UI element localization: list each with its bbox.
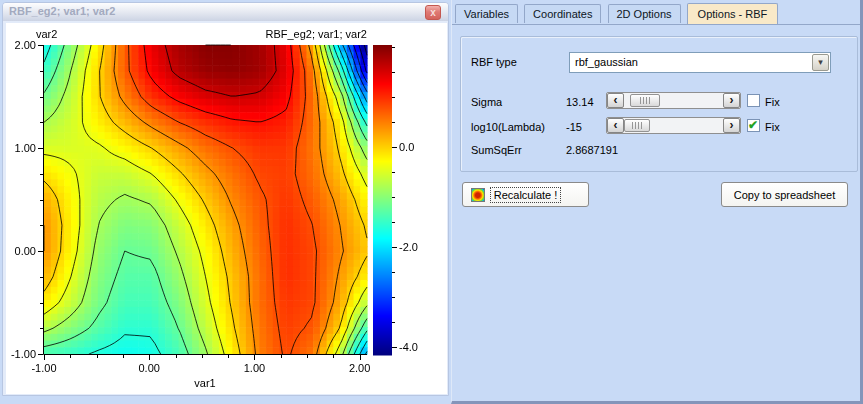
rbf-type-value: rbf_gaussian: [575, 56, 638, 68]
screen: RBF_eg2; var1; var2 x var2 RBF_eg2; var1…: [0, 0, 863, 404]
options-panel: Variables Coordinates 2D Options Options…: [451, 0, 863, 404]
chevron-down-icon: ▾: [818, 57, 823, 67]
sigma-label: Sigma: [471, 96, 502, 108]
recalculate-heatmap-icon: [471, 188, 485, 202]
lambda-scroll-left-button[interactable]: ‹: [607, 118, 624, 133]
lambda-label: log10(Lambda): [471, 121, 545, 133]
sigma-scrollbar[interactable]: ‹ ›: [606, 92, 741, 109]
rbf-type-dropdown[interactable]: rbf_gaussian ▾: [569, 52, 831, 73]
x-axis-title: var1: [105, 377, 305, 389]
sigma-value: 13.14: [566, 96, 594, 108]
lambda-fix-checkbox[interactable]: ✔: [747, 119, 760, 132]
x-tick-label: 2.00: [340, 362, 380, 374]
arrow-right-icon: ›: [730, 118, 734, 132]
copy-button-label: Copy to spreadsheet: [734, 189, 836, 201]
dropdown-button[interactable]: ▾: [812, 54, 829, 71]
contour-plot-canvas: [6, 23, 447, 394]
plot-title: RBF_eg2; var1; var2: [106, 28, 367, 40]
sigma-scroll-right-button[interactable]: ›: [723, 93, 740, 108]
arrow-left-icon: ‹: [614, 93, 618, 107]
recalculate-button-label: Recalculate !: [491, 188, 561, 202]
sigma-fix-checkbox[interactable]: ✔: [747, 94, 760, 107]
tab-options-rbf[interactable]: Options - RBF: [687, 3, 779, 24]
y-tick-label: 2.00: [6, 39, 36, 51]
check-icon: ✔: [748, 118, 758, 132]
lambda-value: -15: [566, 121, 582, 133]
sumsqerr-label: SumSqErr: [471, 144, 522, 156]
copy-to-spreadsheet-button[interactable]: Copy to spreadsheet: [721, 182, 848, 207]
x-tick-label: -1.00: [24, 362, 64, 374]
grip-icon: [632, 122, 643, 129]
tab-variables[interactable]: Variables: [455, 4, 518, 23]
lambda-fix-label: Fix: [765, 121, 780, 133]
tab-coordinates[interactable]: Coordinates: [524, 4, 601, 23]
tab-bar: Variables Coordinates 2D Options Options…: [452, 0, 860, 25]
lambda-scroll-right-button[interactable]: ›: [723, 118, 740, 133]
arrow-left-icon: ‹: [614, 118, 618, 132]
sigma-scroll-left-button[interactable]: ‹: [607, 93, 624, 108]
y-tick-label: 0.00: [6, 245, 36, 257]
lambda-scrollbar-thumb[interactable]: [624, 119, 650, 132]
plot-content: var2 RBF_eg2; var1; var2 var1 -1.000.001…: [6, 23, 447, 394]
y-axis-title: var2: [36, 28, 57, 40]
rbf-type-label: RBF type: [471, 56, 517, 68]
plot-window-titlebar[interactable]: RBF_eg2; var1; var2 x: [3, 3, 448, 21]
close-button[interactable]: x: [425, 5, 441, 20]
y-tick-label: -1.00: [6, 348, 36, 360]
tab-2d-options[interactable]: 2D Options: [608, 4, 681, 23]
lambda-scrollbar[interactable]: ‹ ›: [606, 117, 741, 134]
colorbar-tick-label: 0.0: [399, 141, 439, 153]
colorbar-tick-label: -4.0: [399, 341, 439, 353]
x-tick-label: 0.00: [129, 362, 169, 374]
y-tick-label: 1.00: [6, 142, 36, 154]
sigma-fix-label: Fix: [765, 96, 780, 108]
close-icon: x: [430, 7, 436, 18]
sumsqerr-value: 2.8687191: [566, 144, 618, 156]
recalculate-button[interactable]: Recalculate !: [462, 182, 589, 207]
arrow-right-icon: ›: [730, 93, 734, 107]
colorbar-tick-label: -2.0: [399, 241, 439, 253]
plot-window-title: RBF_eg2; var1; var2: [9, 5, 115, 17]
x-tick-label: 1.00: [234, 362, 274, 374]
grip-icon: [640, 97, 651, 104]
plot-window: RBF_eg2; var1; var2 x var2 RBF_eg2; var1…: [2, 2, 449, 396]
sigma-scrollbar-thumb[interactable]: [630, 94, 660, 107]
